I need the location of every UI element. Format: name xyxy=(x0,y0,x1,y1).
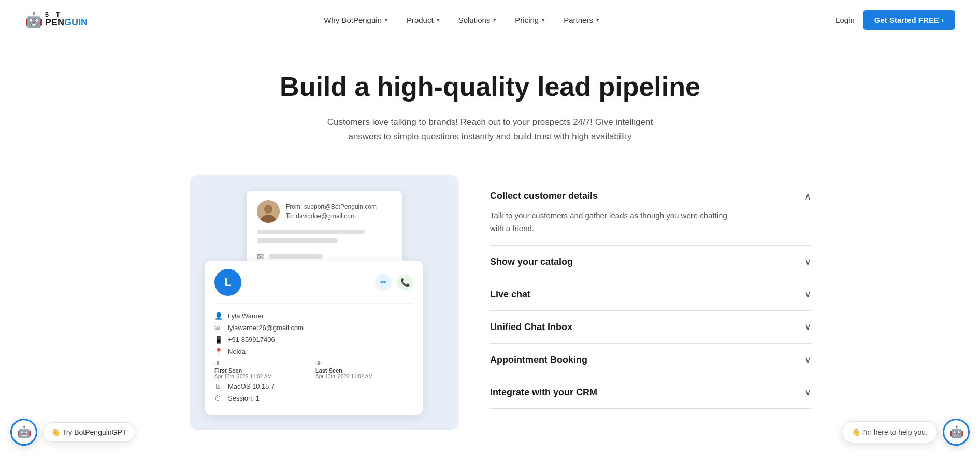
line-bar xyxy=(257,238,338,243)
avatar xyxy=(257,200,280,223)
accordion-header-unified[interactable]: Unified Chat Inbox ∨ xyxy=(490,321,811,333)
gpt-widget: 🤖 👋 Try BotPenguinGPT xyxy=(10,419,135,446)
user-dates: 👁 First Seen Apr 13th, 2022 11:02 AM 👁 L… xyxy=(214,360,413,379)
monitor-icon: 🖥 xyxy=(214,382,223,390)
person-icon: 👤 xyxy=(214,312,223,320)
accordion-title-catalog: Show your catalog xyxy=(490,256,573,267)
email-from: From: support@BotPenguin.com xyxy=(286,202,377,211)
main-content: From: support@BotPenguin.com To: daviddo… xyxy=(127,154,853,451)
chevron-down-icon-4: ∨ xyxy=(804,354,811,365)
chevron-down-icon-5: ∨ xyxy=(804,387,811,398)
chevron-down-icon: ▾ xyxy=(493,17,496,23)
accordion-title-livechat: Live chat xyxy=(490,289,530,300)
chevron-down-icon-3: ∨ xyxy=(804,321,811,333)
accordion-body-collect: Talk to your customers and gather leads … xyxy=(490,209,739,235)
chat-avatar-button[interactable]: 🤖 xyxy=(943,419,970,446)
nav-links: Why BotPenguin ▾ Product ▾ Solutions ▾ P… xyxy=(324,16,599,24)
hero-subtitle: Customers love talking to brands! Reach … xyxy=(314,115,666,144)
chevron-down-icon: ▾ xyxy=(437,17,440,23)
user-location-row: 📍 Noida xyxy=(214,348,413,355)
last-seen: 👁 Last Seen Apr 13th, 2022 11:02 AM xyxy=(315,360,413,379)
user-os-row: 🖥 MacOS 10.15.7 xyxy=(214,382,413,390)
accordion-item-collect: Collect customer details ∧ Talk to your … xyxy=(490,180,811,246)
user-name: Lyla Warner xyxy=(228,312,264,320)
logo-pen-text: PEN xyxy=(45,18,64,28)
chevron-down-icon: ∨ xyxy=(804,256,811,267)
logo-icon: 🤖 xyxy=(25,11,43,28)
accordion-header-crm[interactable]: Integrate with your CRM ∨ xyxy=(490,387,811,398)
user-avatar: L xyxy=(214,269,241,296)
nav-solutions[interactable]: Solutions ▾ xyxy=(458,16,497,24)
hero-section: Build a high-quality lead pipeline Custo… xyxy=(0,40,980,154)
chevron-down-icon: ▾ xyxy=(596,17,599,23)
user-location: Noida xyxy=(228,348,246,355)
gpt-label[interactable]: 👋 Try BotPenguinGPT xyxy=(42,422,135,442)
accordion-header-catalog[interactable]: Show your catalog ∨ xyxy=(490,256,811,267)
accordion-item-catalog: Show your catalog ∨ xyxy=(490,246,811,278)
screenshot-area: From: support@BotPenguin.com To: daviddo… xyxy=(190,175,459,430)
user-email-row: ✉ lylawarner26@gmail.com xyxy=(214,324,413,332)
nav-why-botpenguin[interactable]: Why BotPenguin ▾ xyxy=(324,16,388,24)
hero-title: Build a high-quality lead pipeline xyxy=(25,72,955,103)
clock-icon: ⏱ xyxy=(214,394,223,402)
email-card: From: support@BotPenguin.com To: daviddo… xyxy=(247,191,402,271)
accordion-title-appointment: Appointment Booking xyxy=(490,354,587,365)
accordion-item-livechat: Live chat ∨ xyxy=(490,278,811,311)
chevron-down-icon: ▾ xyxy=(542,17,545,23)
accordion-area: Collect customer details ∧ Talk to your … xyxy=(490,175,811,409)
accordion-title-crm: Integrate with your CRM xyxy=(490,387,597,398)
navbar: 🤖 B T PENGUIN Why BotPenguin ▾ Product ▾… xyxy=(0,0,980,40)
first-seen: 👁 First Seen Apr 13th, 2022 11:02 AM xyxy=(214,360,312,379)
email-meta: From: support@BotPenguin.com To: daviddo… xyxy=(286,202,377,221)
nav-actions: Login Get Started FREE › xyxy=(835,10,955,30)
chevron-up-icon: ∧ xyxy=(804,191,811,202)
nav-product[interactable]: Product ▾ xyxy=(407,16,440,24)
eye-icon: 👁 xyxy=(214,360,223,367)
user-name-row: 👤 Lyla Warner xyxy=(214,312,413,320)
chat-bubble[interactable]: 👋 I'm here to help you. xyxy=(842,421,938,443)
eye-icon-2: 👁 xyxy=(315,360,324,367)
user-card-header: L ✏ 📞 xyxy=(214,269,413,304)
logo[interactable]: 🤖 B T PENGUIN xyxy=(25,11,88,28)
gpt-avatar-button[interactable]: 🤖 xyxy=(10,419,37,446)
chevron-down-icon: ▾ xyxy=(385,17,388,23)
line-bar xyxy=(257,230,365,234)
get-started-button[interactable]: Get Started FREE › xyxy=(863,10,955,30)
email-to: To: daviddoe@gmail.com xyxy=(286,211,377,221)
accordion-header-livechat[interactable]: Live chat ∨ xyxy=(490,289,811,300)
accordion-header-appointment[interactable]: Appointment Booking ∨ xyxy=(490,354,811,365)
user-phone-row: 📱 +91 859917406 xyxy=(214,336,413,344)
user-actions: ✏ 📞 xyxy=(375,274,413,291)
edit-button[interactable]: ✏ xyxy=(375,274,392,291)
login-button[interactable]: Login xyxy=(835,16,855,24)
card-container: From: support@BotPenguin.com To: daviddo… xyxy=(205,191,443,415)
email-body: ✉ xyxy=(257,230,392,262)
accordion-title-unified: Unified Chat Inbox xyxy=(490,322,572,333)
user-session-row: ⏱ Session: 1 xyxy=(214,394,413,402)
accordion-header-collect[interactable]: Collect customer details ∧ xyxy=(490,191,811,202)
chevron-down-icon-2: ∨ xyxy=(804,289,811,300)
email-header: From: support@BotPenguin.com To: daviddo… xyxy=(257,200,392,223)
user-card: L ✏ 📞 👤 Lyla Warner ✉ lylawarner26@gmail… xyxy=(205,261,423,415)
logo-guin-text: GUIN xyxy=(64,18,88,28)
accordion-item-appointment: Appointment Booking ∨ xyxy=(490,344,811,376)
user-email: lylawarner26@gmail.com xyxy=(228,324,304,332)
accordion-item-crm: Integrate with your CRM ∨ xyxy=(490,376,811,409)
line-bar xyxy=(269,254,323,259)
nav-partners[interactable]: Partners ▾ xyxy=(564,16,599,24)
location-icon: 📍 xyxy=(214,348,223,355)
user-phone: +91 859917406 xyxy=(228,336,275,344)
accordion-title-collect: Collect customer details xyxy=(490,191,598,202)
accordion-item-unified: Unified Chat Inbox ∨ xyxy=(490,311,811,344)
phone-icon: 📱 xyxy=(214,336,223,344)
svg-point-1 xyxy=(264,205,272,214)
email-icon: ✉ xyxy=(214,324,223,332)
call-button[interactable]: 📞 xyxy=(397,274,413,291)
nav-pricing[interactable]: Pricing ▾ xyxy=(515,16,545,24)
chat-widget: 👋 I'm here to help you. 🤖 xyxy=(842,419,970,446)
